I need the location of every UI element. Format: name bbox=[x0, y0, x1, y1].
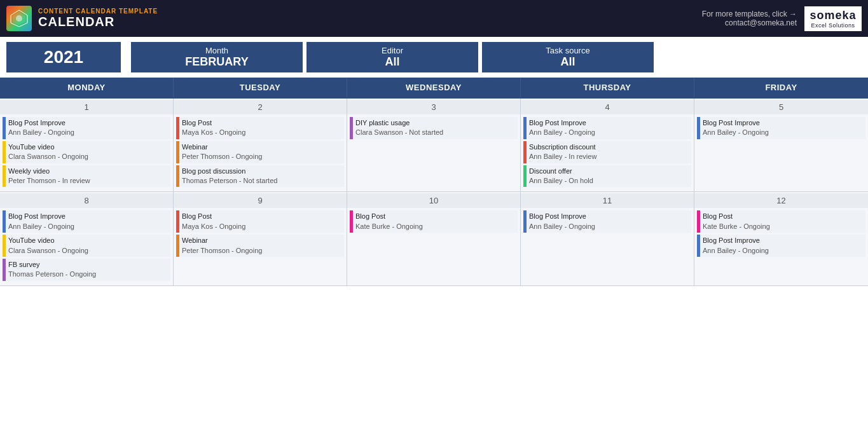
header-titles: CONTENT CALENDAR TEMPLATE CALENDAR bbox=[38, 8, 158, 29]
top-header: CONTENT CALENDAR TEMPLATE CALENDAR For m… bbox=[0, 0, 868, 37]
event-content: Blog PostKate Burke - Ongoing bbox=[700, 210, 773, 233]
event-content: Blog Post ImproveAnn Bailey - Ongoing bbox=[700, 235, 771, 257]
list-item[interactable]: Subscription discountAnn Bailey - In rev… bbox=[523, 141, 691, 163]
event-content: Blog Post ImproveAnn Bailey - Ongoing bbox=[700, 117, 771, 139]
event-title: YouTube video bbox=[8, 236, 88, 245]
event-title: Blog Post Improve bbox=[703, 236, 769, 245]
event-content: Weekly videoPeter Thomson - In review bbox=[6, 165, 93, 188]
list-item[interactable]: Blog Post ImproveAnn Bailey - Ongoing bbox=[523, 210, 691, 233]
cal-cell-1: 1Blog Post ImproveAnn Bailey - OngoingYo… bbox=[0, 99, 174, 192]
list-item[interactable]: Blog PostMaya Kos - Ongoing bbox=[176, 117, 344, 139]
cal-cell-5: 5Blog Post ImproveAnn Bailey - Ongoing bbox=[694, 99, 868, 192]
event-content: Blog Post ImproveAnn Bailey - Ongoing bbox=[6, 210, 77, 233]
event-subtitle: Maya Kos - Ongoing bbox=[182, 128, 245, 137]
list-item[interactable]: YouTube videoClara Swanson - Ongoing bbox=[3, 141, 170, 163]
header-title: CALENDAR bbox=[38, 15, 158, 29]
day-number-2: 2 bbox=[174, 100, 347, 114]
header-tuesday: TUESDAY bbox=[174, 78, 347, 97]
event-subtitle: Ann Bailey - In review bbox=[529, 152, 596, 161]
editor-filter[interactable]: Editor All bbox=[307, 42, 478, 72]
list-item[interactable]: Blog PostKate Burke - Ongoing bbox=[350, 210, 518, 233]
list-item[interactable]: Blog Post ImproveAnn Bailey - Ongoing bbox=[697, 235, 865, 257]
event-subtitle: Ann Bailey - Ongoing bbox=[8, 222, 74, 231]
event-subtitle: Clara Swanson - Not started bbox=[355, 128, 443, 137]
event-title: Blog post discussion bbox=[182, 167, 277, 176]
event-content: WebinarPeter Thomson - Ongoing bbox=[179, 235, 265, 257]
someka-logo: someka Excel Solutions bbox=[804, 6, 862, 31]
list-item[interactable]: Blog post discussionThomas Peterson - No… bbox=[176, 165, 344, 188]
event-content: WebinarPeter Thomson - Ongoing bbox=[179, 141, 265, 163]
event-subtitle: Kate Burke - Ongoing bbox=[703, 222, 770, 231]
event-content: YouTube videoClara Swanson - Ongoing bbox=[6, 235, 91, 257]
event-title: Discount offer bbox=[529, 167, 593, 176]
cal-cell-11: 11Blog Post ImproveAnn Bailey - Ongoing bbox=[521, 192, 694, 285]
day-number-4: 4 bbox=[521, 100, 694, 114]
day-number-3: 3 bbox=[347, 100, 520, 114]
header-subtitle: CONTENT CALENDAR TEMPLATE bbox=[38, 8, 158, 15]
header-right: For more templates, click → contact@some… bbox=[702, 6, 862, 31]
day-number-10: 10 bbox=[347, 193, 520, 208]
list-item[interactable]: WebinarPeter Thomson - Ongoing bbox=[176, 235, 344, 257]
list-item[interactable]: Blog Post ImproveAnn Bailey - Ongoing bbox=[523, 117, 691, 139]
cal-cell-3: 3DIY plastic usageClara Swanson - Not st… bbox=[347, 99, 521, 192]
event-content: Discount offerAnn Bailey - On hold bbox=[527, 165, 596, 188]
day-number-12: 12 bbox=[694, 193, 868, 208]
event-content: YouTube videoClara Swanson - Ongoing bbox=[6, 141, 91, 163]
list-item[interactable]: Blog Post ImproveAnn Bailey - Ongoing bbox=[3, 210, 170, 233]
event-content: Blog PostMaya Kos - Ongoing bbox=[179, 210, 248, 233]
event-content: Blog PostMaya Kos - Ongoing bbox=[179, 117, 248, 139]
event-title: Blog Post Improve bbox=[8, 118, 74, 128]
event-subtitle: Kate Burke - Ongoing bbox=[355, 222, 423, 231]
event-content: FB surveyThomas Peterson - Ongoing bbox=[6, 259, 99, 281]
event-subtitle: Ann Bailey - Ongoing bbox=[529, 222, 595, 231]
calendar-header: MONDAY TUESDAY WEDNESDAY THURSDAY FRIDAY bbox=[0, 78, 868, 97]
event-title: Blog Post Improve bbox=[529, 212, 595, 221]
event-title: DIY plastic usage bbox=[355, 118, 443, 128]
day-number-5: 5 bbox=[694, 100, 868, 114]
cal-cell-4: 4Blog Post ImproveAnn Bailey - OngoingSu… bbox=[521, 99, 694, 192]
event-title: YouTube video bbox=[8, 142, 88, 152]
list-item[interactable]: Weekly videoPeter Thomson - In review bbox=[3, 165, 170, 188]
list-item[interactable]: YouTube videoClara Swanson - Ongoing bbox=[3, 235, 170, 257]
event-content: DIY plastic usageClara Swanson - Not sta… bbox=[353, 117, 446, 139]
event-content: Blog post discussionThomas Peterson - No… bbox=[179, 165, 280, 188]
event-subtitle: Clara Swanson - Ongoing bbox=[8, 246, 88, 256]
event-subtitle: Ann Bailey - Ongoing bbox=[703, 128, 769, 137]
event-subtitle: Peter Thomson - In review bbox=[8, 176, 90, 186]
event-subtitle: Clara Swanson - Ongoing bbox=[8, 152, 88, 161]
day-number-11: 11 bbox=[521, 193, 694, 208]
event-subtitle: Maya Kos - Ongoing bbox=[182, 222, 245, 231]
event-title: Blog Post Improve bbox=[703, 118, 769, 128]
logo-icon bbox=[6, 6, 32, 31]
list-item[interactable]: Discount offerAnn Bailey - On hold bbox=[523, 165, 691, 188]
day-number-1: 1 bbox=[0, 100, 173, 114]
event-title: Subscription discount bbox=[529, 142, 596, 152]
list-item[interactable]: Blog Post ImproveAnn Bailey - Ongoing bbox=[697, 117, 865, 139]
header-monday: MONDAY bbox=[0, 78, 174, 97]
event-subtitle: Peter Thomson - Ongoing bbox=[182, 246, 262, 256]
list-item[interactable]: Blog PostMaya Kos - Ongoing bbox=[176, 210, 344, 233]
filter-row: 2021 Month FEBRUARY Editor All Task sour… bbox=[0, 37, 868, 78]
event-subtitle: Thomas Peterson - Not started bbox=[182, 176, 277, 186]
event-content: Blog Post ImproveAnn Bailey - Ongoing bbox=[527, 210, 598, 233]
list-item[interactable]: DIY plastic usageClara Swanson - Not sta… bbox=[350, 117, 518, 139]
header-friday: FRIDAY bbox=[694, 78, 868, 97]
day-number-9: 9 bbox=[174, 193, 347, 208]
header-tagline: For more templates, click → contact@some… bbox=[702, 10, 797, 27]
event-title: Webinar bbox=[182, 236, 262, 245]
list-item[interactable]: Blog Post ImproveAnn Bailey - Ongoing bbox=[3, 117, 170, 139]
task-filter[interactable]: Task source All bbox=[482, 42, 654, 72]
month-filter[interactable]: Month FEBRUARY bbox=[131, 42, 303, 72]
header-wednesday: WEDNESDAY bbox=[347, 78, 521, 97]
cal-cell-12: 12Blog PostKate Burke - OngoingBlog Post… bbox=[694, 192, 868, 285]
event-subtitle: Peter Thomson - Ongoing bbox=[182, 152, 262, 161]
list-item[interactable]: Blog PostKate Burke - Ongoing bbox=[697, 210, 865, 233]
year-box[interactable]: 2021 bbox=[6, 42, 121, 72]
event-subtitle: Ann Bailey - Ongoing bbox=[703, 246, 769, 256]
event-content: Blog Post ImproveAnn Bailey - Ongoing bbox=[6, 117, 77, 139]
list-item[interactable]: FB surveyThomas Peterson - Ongoing bbox=[3, 259, 170, 281]
list-item[interactable]: WebinarPeter Thomson - Ongoing bbox=[176, 141, 344, 163]
cal-cell-9: 9Blog PostMaya Kos - OngoingWebinarPeter… bbox=[174, 192, 347, 285]
calendar-grid: 1Blog Post ImproveAnn Bailey - OngoingYo… bbox=[0, 97, 868, 286]
event-title: FB survey bbox=[8, 260, 96, 270]
